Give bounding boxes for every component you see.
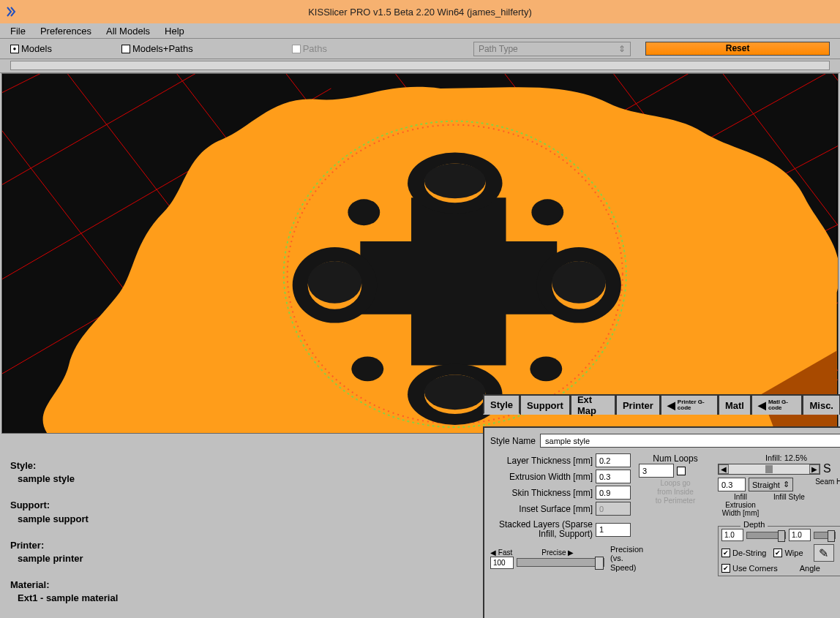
svg-point-37 [351,356,383,381]
tab-style[interactable]: Style [483,394,520,415]
loops-note: Loops gofrom Insideto Perimeter [639,479,712,505]
tab-matl-gcode[interactable]: ◀Matl G-code [751,394,803,415]
tab-misc[interactable]: Misc. [802,394,840,415]
layer-slider[interactable] [10,61,830,70]
model-render [2,74,838,433]
viewport-3d[interactable] [1,73,839,434]
radio-box-icon [121,45,130,53]
depth-group: Depth ✔De-String ✔Wipe ✎ J [718,526,840,576]
svg-point-28 [424,374,486,410]
app-icon [6,6,18,18]
pencil-icon[interactable]: ✎ [814,544,834,562]
num-loops-label: Num Loops [639,453,712,464]
menu-help[interactable]: Help [165,26,184,37]
slider-bar [0,59,840,73]
destring-checkbox[interactable]: ✔De-String [721,544,766,562]
path-type-dropdown[interactable]: Path Type ⇕ [473,42,631,56]
style-label: Style: [10,459,473,472]
angle-label: Angle [800,564,820,573]
dropdown-icon: ⇕ [618,44,626,54]
svg-point-38 [530,356,562,381]
svg-point-25 [424,164,486,199]
view-toolbar: Models Models+Paths Paths Path Type ⇕ Re… [0,39,840,59]
tab-ext-map[interactable]: Ext Map [570,394,616,415]
layer-thickness-input[interactable] [596,453,631,467]
style-name-label: Style Name [490,436,536,446]
depth-input-2[interactable] [789,529,811,541]
skin-thickness-label: Skin Thickness [mm] [490,488,593,498]
info-panel: Style: sample style Support: sample supp… [0,434,483,618]
layer-thickness-label: Layer Thickness [mm] [490,456,593,466]
radio-paths: Paths [292,43,327,54]
menu-bar: File Preferences All Models Help [0,23,840,39]
infill-style-label: Infill Style [773,493,805,517]
arrow-right-icon[interactable]: ▶ [809,464,820,474]
tab-support[interactable]: Support [520,394,571,415]
radio-models[interactable]: Models [10,43,52,54]
precision-input[interactable] [490,557,514,569]
printer-value: sample printer [18,552,473,565]
wipe-checkbox[interactable]: ✔Wipe [773,544,803,562]
infill-ew-label: Infill Extrusion Width [mm] [718,493,763,517]
precision-slider[interactable] [517,558,604,567]
loops-checkbox[interactable] [677,467,686,475]
style-tab-content: Style Name Layer Thickness [mm] Extrusio… [483,426,840,618]
arrow-left-icon: ◀ [667,399,675,411]
dropdown-icon: ⇕ [783,480,790,489]
window-title: KISSlicer PRO v1.5 Beta 2.20 Win64 (jame… [308,7,532,18]
tab-printer[interactable]: Printer [615,394,661,415]
tab-matl[interactable]: Matl [718,394,751,415]
extrusion-width-input[interactable] [596,470,631,483]
material-value: Ext1 - sample material [18,592,473,605]
menu-file[interactable]: File [10,26,26,37]
radio-dot-icon [10,45,19,53]
extrusion-width-label: Extrusion Width [mm] [490,472,593,482]
svg-point-35 [348,199,380,225]
style-value: sample style [18,472,473,486]
infill-label: Infill: 12.5% [718,453,840,462]
reset-button[interactable]: Reset [645,42,830,56]
arrow-left-icon: ◀ [758,399,766,411]
tab-row: Style Support Ext Map Printer ◀Printer G… [483,393,840,413]
infill-scrollbar[interactable]: ◀▶ [718,464,820,475]
depth-input-1[interactable] [721,529,743,541]
inset-surface-input [596,502,631,516]
infill-style-dropdown[interactable]: Straight⇕ [749,478,793,491]
arrow-left-icon[interactable]: ◀ [719,464,729,474]
tab-printer-gcode[interactable]: ◀Printer G-code [660,394,719,415]
svg-point-34 [552,261,606,304]
svg-point-31 [308,261,362,304]
stacked-layers-label: Stacked Layers (Sparse Infill, Support) [490,520,593,539]
settings-tabs: Style Support Ext Map Printer ◀Printer G… [483,434,840,618]
menu-all-models[interactable]: All Models [106,26,150,37]
svg-point-36 [531,199,563,225]
support-label: Support: [10,499,473,512]
infill-ew-input[interactable] [718,478,746,491]
lower-panel: Style: sample style Support: sample supp… [0,434,840,618]
skin-thickness-input[interactable] [596,486,631,500]
depth-slider-1[interactable] [746,532,786,539]
inset-surface-label: Inset Surface [mm] [490,504,593,514]
stacked-layers-input[interactable] [596,523,631,537]
material-label: Material: [10,579,473,592]
menu-preferences[interactable]: Preferences [40,26,91,37]
printer-label: Printer: [10,539,473,552]
style-name-input[interactable] [540,434,840,448]
title-bar: KISSlicer PRO v1.5 Beta 2.20 Win64 (jame… [0,0,840,23]
radio-models-paths[interactable]: Models+Paths [121,43,193,54]
depth-slider-2[interactable] [814,532,836,539]
radio-box-icon [292,45,301,53]
support-value: sample support [18,513,473,526]
s-label: S [823,462,831,475]
use-corners-checkbox[interactable]: ✔Use Corners [721,564,778,573]
seam-label: Seam H Gap [815,478,840,486]
num-loops-input[interactable] [639,464,674,478]
